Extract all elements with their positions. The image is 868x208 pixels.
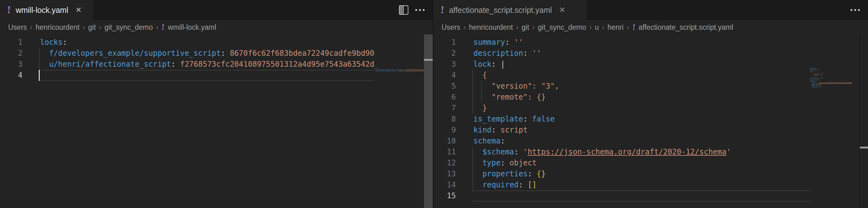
breadcrumb[interactable]: Users›henricourdent›git›git_sync_demo›u›… (433, 20, 868, 34)
breadcrumb-item[interactable]: henri (608, 23, 623, 32)
indent-guide (472, 70, 473, 81)
minimap[interactable]: summary: ''description: ''lock: | { "ver… (810, 68, 860, 105)
code-line[interactable] (473, 190, 810, 202)
yaml-file-icon: ! (440, 5, 445, 15)
chevron-right-icon: › (156, 23, 158, 32)
indent-guide (472, 81, 473, 92)
breadcrumb-item[interactable]: henricourdent (36, 23, 80, 32)
text-cursor (39, 70, 40, 81)
indent-guide (472, 180, 473, 190)
indent-guide (472, 168, 473, 180)
editor-group-right: ! affectionate_script.script.yaml ✕ User… (433, 0, 868, 208)
line-number[interactable]: 5 (433, 81, 456, 92)
chevron-right-icon: › (463, 23, 466, 32)
yaml-file-icon: ! (6, 5, 11, 15)
line-number[interactable]: 2 (0, 48, 23, 59)
minimap[interactable]: locks: f/developers_example/supportive_s… (374, 68, 424, 105)
code-line[interactable]: locks: (40, 37, 374, 48)
editor-group-left: ! wmill-lock.yaml ✕ Users›henricourdent›… (0, 0, 433, 208)
breadcrumb-item[interactable]: git_sync_demo (538, 23, 586, 32)
code-line[interactable]: } (473, 103, 810, 114)
code-line[interactable] (40, 70, 374, 81)
code-line[interactable]: f/developers_example/supportive_script: … (40, 48, 374, 59)
line-number[interactable]: 8 (433, 114, 456, 125)
tab-wmill-lock-yaml[interactable]: ! wmill-lock.yaml ✕ (0, 0, 94, 20)
close-icon[interactable]: ✕ (559, 6, 565, 15)
tab-bar: ! wmill-lock.yaml ✕ (0, 0, 433, 20)
breadcrumb-item[interactable]: git (88, 23, 96, 32)
line-number[interactable]: 15 (433, 190, 456, 202)
line-number[interactable]: 1 (0, 37, 23, 48)
line-number[interactable]: 3 (0, 59, 23, 70)
code-line[interactable]: is_template: false (473, 114, 810, 125)
split-editor-icon[interactable] (399, 5, 408, 15)
tab-affectionate-script-yaml[interactable]: ! affectionate_script.script.yaml ✕ (433, 0, 587, 20)
code-line[interactable]: "remote": {} (473, 92, 810, 103)
more-actions-icon[interactable] (850, 9, 860, 11)
code-line[interactable]: "version": "3", (473, 81, 810, 92)
code-area[interactable]: locks: f/developers_example/supportive_s… (40, 37, 374, 81)
indent-guide (481, 92, 482, 103)
breadcrumb-item-file[interactable]: affectionate_script.script.yaml (639, 23, 733, 32)
indent-guide (481, 81, 482, 92)
code-line[interactable]: summary: '' (473, 37, 810, 48)
more-actions-icon[interactable] (415, 9, 425, 11)
code-line[interactable]: properties: {} (473, 168, 810, 180)
overview-ruler-cursor-marker (424, 59, 433, 61)
line-number[interactable]: 6 (433, 92, 456, 103)
line-numbers-gutter[interactable]: 1234 (0, 37, 23, 81)
line-number[interactable]: 3 (433, 59, 456, 70)
line-number[interactable]: 13 (433, 168, 456, 180)
line-number[interactable]: 7 (433, 103, 456, 114)
breadcrumb[interactable]: Users›henricourdent›git›git_sync_demo›!w… (0, 20, 433, 34)
tab-bar: ! affectionate_script.script.yaml ✕ (433, 0, 868, 20)
editor-pane[interactable]: 1234 locks: f/developers_example/support… (0, 34, 433, 208)
chevron-right-icon: › (83, 23, 85, 32)
line-numbers-gutter[interactable]: 123456789101112131415 (433, 37, 456, 202)
overview-ruler-cursor-marker (860, 147, 868, 149)
code-line[interactable]: $schema: 'https://json-schema.org/draft/… (473, 147, 810, 158)
indent-guide (472, 147, 473, 158)
breadcrumb-item[interactable]: u (595, 23, 599, 32)
code-area[interactable]: summary: ''description: ''lock: | { "ver… (473, 37, 810, 202)
code-line[interactable]: u/henri/affectionate_script: f2768573cfc… (40, 59, 374, 70)
code-line[interactable]: kind: script (473, 125, 810, 136)
editor-actions (850, 0, 860, 20)
chevron-right-icon: › (532, 23, 535, 32)
line-number[interactable]: 12 (433, 158, 456, 168)
indent-guide (472, 158, 473, 168)
line-number[interactable]: 11 (433, 147, 456, 158)
line-number[interactable]: 1 (433, 37, 456, 48)
breadcrumb-item[interactable]: Users (8, 23, 27, 32)
breadcrumb-item-file[interactable]: wmill-lock.yaml (168, 23, 216, 32)
line-number[interactable]: 2 (433, 48, 456, 59)
indent-guide (39, 59, 40, 70)
breadcrumb-item[interactable]: git (522, 23, 529, 32)
editor-pane[interactable]: 123456789101112131415 summary: ''descrip… (433, 34, 868, 208)
line-number[interactable]: 9 (433, 125, 456, 136)
chevron-right-icon: › (627, 23, 629, 32)
code-line[interactable]: type: object (473, 158, 810, 168)
code-line[interactable]: lock: | (473, 59, 810, 70)
tab-label: affectionate_script.script.yaml (449, 6, 552, 15)
vertical-scrollbar[interactable] (424, 34, 433, 208)
code-line[interactable]: { (473, 70, 810, 81)
chevron-right-icon: › (516, 23, 519, 32)
vertical-scrollbar[interactable] (859, 34, 868, 208)
line-number[interactable]: 14 (433, 180, 456, 190)
line-number[interactable]: 4 (433, 70, 456, 81)
code-line[interactable]: required: [] (473, 180, 810, 190)
breadcrumb-item[interactable]: henricourdent (469, 23, 513, 32)
code-line[interactable]: schema: (473, 136, 810, 147)
close-icon[interactable]: ✕ (75, 6, 82, 15)
editor-actions (399, 0, 425, 20)
chevron-right-icon: › (30, 23, 33, 32)
breadcrumb-item[interactable]: Users (441, 23, 460, 32)
breadcrumb-item[interactable]: git_sync_demo (104, 23, 153, 32)
yaml-file-icon: ! (632, 24, 636, 31)
indent-guide (472, 92, 473, 103)
chevron-right-icon: › (99, 23, 101, 32)
line-number[interactable]: 10 (433, 136, 456, 147)
code-line[interactable]: description: '' (473, 48, 810, 59)
line-number[interactable]: 4 (0, 70, 23, 81)
